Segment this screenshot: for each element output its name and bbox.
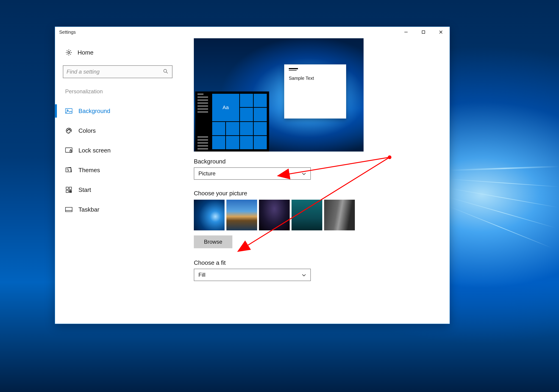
category-label: Personalization xyxy=(55,85,194,97)
main-pane: Aa Sample Text Background xyxy=(194,37,450,324)
picture-thumbnails xyxy=(194,200,450,230)
maximize-button[interactable] xyxy=(415,27,432,37)
themes-icon xyxy=(65,166,73,174)
taskbar-icon xyxy=(65,205,73,214)
close-icon xyxy=(439,30,443,34)
svg-rect-21 xyxy=(69,192,70,192)
preview-start-menu: Aa xyxy=(195,91,269,152)
sidebar-item-label: Colors xyxy=(78,127,96,134)
fit-dropdown[interactable]: Fill xyxy=(194,269,311,281)
lock-screen-icon xyxy=(65,146,73,155)
svg-rect-16 xyxy=(66,187,68,189)
maximize-icon xyxy=(421,30,426,34)
background-preview: Aa Sample Text xyxy=(194,38,363,152)
picture-thumb-2[interactable] xyxy=(259,200,290,230)
svg-rect-22 xyxy=(71,192,72,192)
picture-icon xyxy=(65,107,73,115)
svg-rect-7 xyxy=(65,109,72,113)
chevron-down-icon xyxy=(302,170,306,177)
sidebar-item-label: Taskbar xyxy=(78,206,99,213)
sidebar-item-label: Background xyxy=(78,108,110,115)
search-input[interactable] xyxy=(66,69,163,75)
wallpaper-streak xyxy=(450,179,559,187)
svg-point-8 xyxy=(67,110,68,111)
minimize-button[interactable] xyxy=(397,27,415,37)
picture-thumb-3[interactable] xyxy=(291,200,322,230)
chevron-down-icon xyxy=(302,272,306,278)
sidebar-item-themes[interactable]: Themes xyxy=(55,160,194,180)
gear-icon xyxy=(65,48,73,57)
background-dropdown[interactable]: Picture xyxy=(194,167,311,180)
sidebar-item-taskbar[interactable]: Taskbar xyxy=(55,200,194,219)
window-title: Settings xyxy=(59,30,76,35)
sidebar-item-start[interactable]: Start xyxy=(55,180,194,200)
svg-rect-19 xyxy=(69,190,70,191)
svg-rect-20 xyxy=(71,190,72,191)
nav-list: Background Colors Lock screen xyxy=(55,101,194,219)
search-box[interactable] xyxy=(63,65,172,78)
sidebar-item-label: Themes xyxy=(78,167,100,174)
browse-button[interactable]: Browse xyxy=(194,236,232,248)
preview-tile-aa: Aa xyxy=(212,94,239,121)
svg-point-12 xyxy=(70,130,71,131)
wallpaper-streak xyxy=(450,166,559,171)
home-link[interactable]: Home xyxy=(55,44,194,62)
sidebar: Home Personalization Background xyxy=(55,37,194,324)
svg-point-11 xyxy=(69,129,70,130)
picture-thumb-1[interactable] xyxy=(226,200,257,230)
wallpaper-streak xyxy=(450,188,558,208)
svg-rect-1 xyxy=(422,31,425,34)
close-button[interactable] xyxy=(432,27,450,37)
svg-point-5 xyxy=(164,69,167,73)
svg-point-9 xyxy=(67,130,68,131)
home-label: Home xyxy=(77,49,93,56)
start-icon xyxy=(65,186,73,194)
svg-rect-17 xyxy=(69,187,72,189)
window-content: Home Personalization Background xyxy=(55,37,450,324)
background-label: Background xyxy=(194,158,450,165)
window-controls xyxy=(397,27,450,37)
svg-point-4 xyxy=(68,52,70,54)
sidebar-item-label: Lock screen xyxy=(78,147,111,154)
svg-rect-18 xyxy=(66,190,68,192)
settings-window: Settings Home xyxy=(55,27,450,324)
search-icon xyxy=(163,69,168,75)
preview-sample-window: Sample Text xyxy=(284,64,346,119)
choose-fit-label: Choose a fit xyxy=(194,259,450,266)
sidebar-item-lock-screen[interactable]: Lock screen xyxy=(55,141,194,160)
titlebar[interactable]: Settings xyxy=(55,27,450,37)
desktop-wallpaper: Settings Home xyxy=(0,0,559,392)
svg-line-6 xyxy=(166,72,168,73)
picture-thumb-0[interactable] xyxy=(194,200,224,230)
svg-rect-14 xyxy=(70,150,72,152)
svg-point-10 xyxy=(68,129,69,130)
sidebar-item-background[interactable]: Background xyxy=(55,101,194,121)
sidebar-item-label: Start xyxy=(78,186,91,193)
sidebar-item-colors[interactable]: Colors xyxy=(55,121,194,141)
minimize-icon xyxy=(404,30,408,34)
browse-label: Browse xyxy=(204,239,222,245)
sample-text: Sample Text xyxy=(289,76,342,81)
background-value: Picture xyxy=(198,170,216,177)
choose-picture-label: Choose your picture xyxy=(194,190,450,197)
palette-icon xyxy=(65,127,73,135)
picture-thumb-4[interactable] xyxy=(324,200,355,230)
wallpaper-streak xyxy=(449,206,552,248)
svg-rect-23 xyxy=(65,208,72,212)
fit-value: Fill xyxy=(198,272,205,278)
